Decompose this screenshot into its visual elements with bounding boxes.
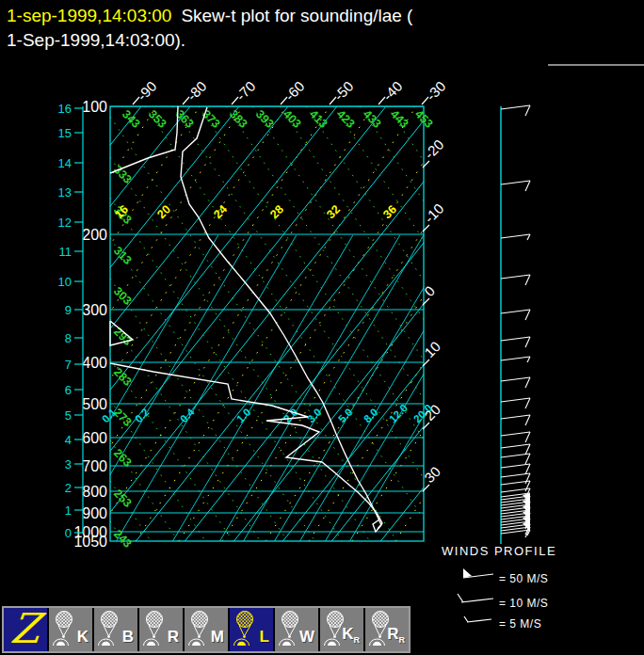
temp-label: -30 <box>423 78 448 104</box>
theta-label: 413 <box>307 107 330 131</box>
mixing-ratio-line <box>300 235 480 541</box>
height-label: 15 <box>58 126 72 140</box>
theta-line <box>110 238 315 541</box>
wind-barb-feather <box>525 310 530 320</box>
height-label: 12 <box>58 216 72 230</box>
height-label: 3 <box>65 457 72 471</box>
theta-line <box>110 117 397 541</box>
wind-barb <box>501 454 530 457</box>
mixing-ratio-line <box>350 235 530 541</box>
wind-barb <box>501 105 530 109</box>
wind-barb <box>501 234 530 238</box>
toolbar-button-r-r[interactable]: RR <box>365 608 409 651</box>
temperature-trace <box>181 107 381 532</box>
pressure-label: 200 <box>82 227 107 243</box>
wind-barb-feather <box>525 337 530 347</box>
toolbar-button-w[interactable]: W <box>275 608 318 651</box>
wind-barb-feather <box>527 234 530 240</box>
height-axis: 012345678910111213141516 <box>58 102 83 540</box>
mixing-ratio-line <box>326 235 506 541</box>
height-label: 8 <box>65 331 72 345</box>
height-label: 4 <box>65 433 72 447</box>
isotherm-line <box>0 106 288 541</box>
theta-label: 383 <box>227 107 250 131</box>
wind-barb <box>501 275 530 279</box>
toolbar-button-letter: R <box>168 629 179 645</box>
toolbar-button-l[interactable]: L <box>230 608 273 651</box>
yellow-dashed-line <box>92 106 373 541</box>
toolbar-button-letter: K <box>77 629 89 645</box>
isotherm-line <box>185 106 533 541</box>
isotherm-line <box>87 106 435 541</box>
wind-profile <box>501 105 530 544</box>
yellow-dashed-line <box>309 106 589 541</box>
toolbar-button-m[interactable]: M <box>185 608 228 651</box>
plot-lines <box>0 106 644 541</box>
height-label: 11 <box>59 245 72 259</box>
wind-barb-feather <box>525 415 530 425</box>
toolbar-button-letter: M <box>211 629 224 645</box>
theta-label: 353 <box>146 107 169 131</box>
pressure-label: 900 <box>82 505 107 521</box>
theta-label: 423 <box>334 107 358 131</box>
toolbar: ZKBRMLWKRRR <box>2 606 411 653</box>
isotherm-line <box>282 106 631 541</box>
isotherm-line <box>331 106 644 541</box>
height-label: 16 <box>58 102 72 116</box>
theta-label: 333 <box>111 163 135 186</box>
mixing-ratio-line <box>275 235 455 541</box>
height-label: 14 <box>58 156 72 170</box>
wind-barb <box>501 337 530 341</box>
height-label: 0 <box>65 526 72 540</box>
mixing-ratio-line <box>117 235 297 541</box>
app-window: 1-sep-1999,14:03:00Skew-t plot for sound… <box>0 0 644 655</box>
wind-barb <box>501 398 530 402</box>
theta-line <box>226 106 520 541</box>
yellow-dashed-line <box>179 106 459 541</box>
legend-label-10ms: = 10 M/S <box>499 597 548 610</box>
theta-line <box>110 279 288 541</box>
theta-label: 243 <box>111 527 135 551</box>
height-label: 7 <box>65 358 72 372</box>
wind-barb <box>501 432 530 436</box>
temp-label: -10 <box>421 200 446 226</box>
temp-label: -80 <box>184 78 209 104</box>
toolbar-button-k-r[interactable]: KR <box>320 608 363 651</box>
pressure-label: 500 <box>82 396 107 412</box>
temp-label: 10 <box>421 338 443 360</box>
toolbar-button-letter: L <box>260 629 269 645</box>
toolbar-button-letter: B <box>122 629 134 645</box>
wind-barb <box>501 377 530 381</box>
wind-barb-feather <box>525 377 530 388</box>
toolbar-button-k[interactable]: K <box>49 608 92 651</box>
height-label: 2 <box>65 481 72 495</box>
yellow-line-label: 20 <box>154 202 173 221</box>
wind-barb-feather <box>525 181 530 191</box>
toolbar-button-r[interactable]: R <box>139 608 183 651</box>
logo-z-icon: Z <box>2 605 50 648</box>
toolbar-button-subscript: R <box>354 635 361 645</box>
wind-barb-feather <box>525 398 530 408</box>
isotherm-line <box>38 106 386 541</box>
plot-border <box>110 106 424 541</box>
pressure-label: 700 <box>82 458 107 474</box>
wind-barb-10-icon <box>458 594 463 602</box>
height-label: 9 <box>65 303 72 317</box>
theta-line <box>145 106 439 541</box>
toolbar-button-z[interactable]: Z <box>4 608 47 651</box>
wind-barb <box>501 310 530 313</box>
toolbar-button-subscript: R <box>399 635 406 645</box>
wind-barb-feather <box>525 464 530 474</box>
temp-label: -90 <box>134 78 159 104</box>
yellow-dashed-line <box>136 106 416 541</box>
yellow-line-label: 32 <box>324 202 343 221</box>
wind-barb <box>501 473 530 477</box>
mixing-ratio-line <box>220 235 400 541</box>
toolbar-button-b[interactable]: B <box>94 608 137 651</box>
temp-label: -20 <box>421 136 446 162</box>
pressure-label: 800 <box>82 484 107 500</box>
wind-barb-feather <box>525 454 530 464</box>
theta-label: 443 <box>388 107 411 131</box>
height-label: 13 <box>58 185 72 200</box>
height-label: 5 <box>65 408 72 423</box>
